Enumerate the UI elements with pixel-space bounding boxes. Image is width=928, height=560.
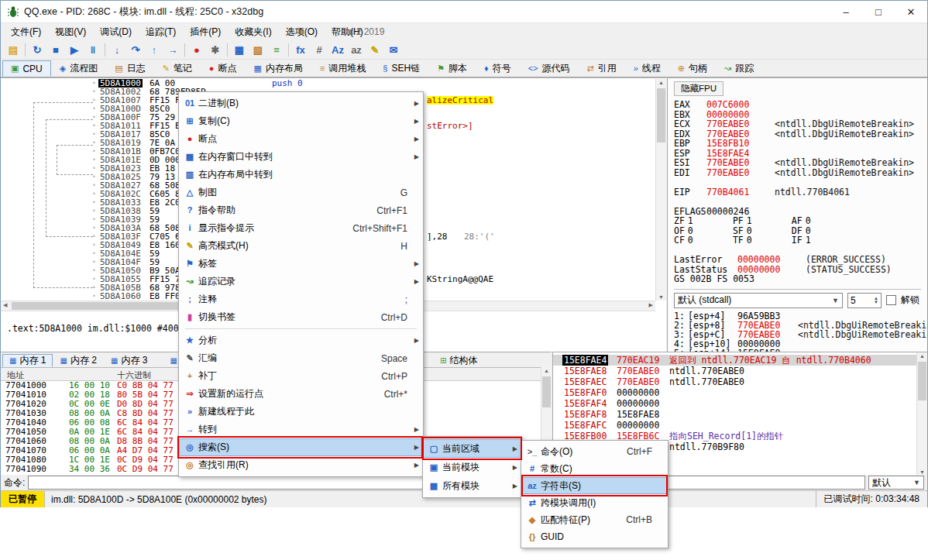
menu-item-toggle-bookmark[interactable]: ▮ 切换书签 Ctrl+D [179,308,423,326]
tab-source[interactable]: <> 源代码 [520,60,579,77]
stop-button[interactable]: ■ [46,42,65,58]
menu-item-new-thread-here[interactable]: » 新建线程于此 [179,403,423,421]
tab-references[interactable]: ⇄ 引用 [579,60,625,77]
hide-fpu-button[interactable]: 隐藏FPU [674,81,723,96]
log-button[interactable]: ▧ [249,42,267,58]
menu-item-constant[interactable]: # 常数(C) [521,460,668,477]
tab-dump-2[interactable]: ▦ 内存 2 [53,354,103,367]
tab-notes[interactable]: ✎ 笔记 [154,60,201,77]
tab-dump-1[interactable]: ▦ 内存 1 [2,354,53,367]
menu-item-all-modules[interactable]: ▦ 所有模块 ▶ [423,476,521,495]
menu-item-set-new-origin[interactable]: ⇒ 设置新的运行点 Ctrl+* [179,385,423,403]
run-to-user-code-button[interactable]: → [163,42,182,58]
step-over-button[interactable]: ↷ [126,42,145,58]
tab-handles[interactable]: ⊕ 句柄 [669,60,716,77]
menu-item-instruction-help[interactable]: ? 指令帮助 Ctrl+F1 [179,201,423,219]
register-row[interactable]: EDI770EABE0<ntdll.DbgUiRemoteBreakin> [674,168,927,178]
menu-item-follow-in-dump[interactable]: ▦ 在内存窗口中转到 ▶ [179,148,423,166]
stack-row[interactable]: 15E8FAE8 770EABE0 ntdll.770EABE0 [553,366,927,376]
menu-item-guid[interactable]: {} GUID [521,528,668,545]
tab-script[interactable]: ⚑ 脚本 [428,60,476,77]
stack-row[interactable]: 15E8FAF0 00000000 [553,387,927,398]
menu-item-comment[interactable]: ; 注释 ; [179,290,423,308]
tab-cpu[interactable]: ▣ CPU [2,60,51,77]
stack-row[interactable]: 15E8FAEC 770EABE0 ntdll.770EABE0 [553,376,927,387]
fx-button[interactable]: fx [291,42,310,58]
register-row[interactable]: EIP770B4061ntdll.770B4061 [674,187,927,198]
restart-button[interactable]: ↻ [28,42,46,58]
menu-options[interactable]: 选项(O) [279,23,325,41]
chat-button[interactable]: ✉ [384,42,403,58]
menu-item-pattern[interactable]: ◆ 匹配特征(P) Ctrl+B [521,511,668,528]
menu-item-command[interactable]: >_ 命令(O) Ctrl+F [521,443,668,460]
menu-trace[interactable]: 追踪(T) [139,23,183,41]
menu-item-current-module[interactable]: ▣ 当前模块 ▶ [423,458,521,476]
menu-item-graph[interactable]: △ 制图 G [179,184,423,201]
menu-item-trace-record[interactable]: ↝ 追踪记录 ▶ [179,273,423,290]
run-button[interactable]: ▶ [65,42,84,58]
menu-item-show-mnemonic-brief[interactable]: i 显示指令提示 Ctrl+Shift+F1 [179,219,423,237]
memory-map-button[interactable]: ▦ [230,42,249,58]
tab-dump-3[interactable]: ▦ 内存 3 [104,354,154,367]
pause-button[interactable]: ‖ [84,42,102,58]
tab-memory-map[interactable]: ▦ 内存布局 [246,60,311,77]
flag[interactable]: TF0 [733,235,792,246]
flag[interactable]: CF0 [674,235,733,246]
stack-vertical-scrollbar[interactable]: ▲ ▼ [916,352,927,476]
menu-item-label[interactable]: ⚑ 标签 ▶ [179,255,423,273]
menu-item-breakpoint[interactable]: ● 断点 ▶ [179,130,423,148]
tab-graph[interactable]: ◈ 流程图 [51,60,106,77]
menu-item-assemble[interactable]: ✎ 汇编 Space [179,349,423,367]
stack-row[interactable]: 15E8FAE4 770EAC19 返回到 ntdll.770EAC19 自 n… [553,355,927,366]
flag[interactable]: IF1 [792,235,851,246]
stack-row[interactable]: 15E8FAFC 00000000 [553,420,927,431]
menu-item-follow-in-memory-map[interactable]: ▥ 在内存布局中转到 [179,166,423,184]
menu-plugins[interactable]: 插件(P) [183,23,228,41]
notes-button[interactable]: ✎ [366,42,384,58]
calling-convention-select[interactable]: 默认 (stdcall)▼ [674,293,843,308]
menu-item-intermodular-calls[interactable]: ⇄ 跨模块调用(I) [521,494,668,511]
menu-item-copy[interactable]: ⊞ 复制(C) ▶ [179,112,423,130]
tab-struct[interactable]: ⊞ 结构体 [433,354,484,367]
disasm-vertical-scrollbar[interactable]: ▲ ▼ [655,79,666,301]
menu-debug[interactable]: 调试(D) [93,23,139,41]
menu-file[interactable]: 文件(F) [4,23,48,41]
argument-row[interactable]: 3:[esp+C]770EABE0<ntdll.DbgUiRemoteBreak… [674,330,927,339]
script-button[interactable]: ≡ [267,42,286,58]
stack-row[interactable]: 15E8FAF8 15E8FAE8 [553,409,927,420]
register-row[interactable]: EBP15E8FB10 [674,139,927,149]
assemble-button[interactable]: Az [328,42,347,58]
tab-breakpoints[interactable]: ● 断点 [201,60,246,77]
execute-till-return-button[interactable]: ↑ [145,42,163,58]
disasm-row[interactable]: 5D8A1000 6A 00 push 0 [1,79,655,88]
settings-button[interactable]: ✱ [206,42,225,58]
menu-item-highlight-mode[interactable]: ✎ 高亮模式(H) H [179,237,423,255]
menu-item-search[interactable]: ◎ 搜索(S) ▶ [179,438,423,456]
tab-trace[interactable]: ↝ 跟踪 [716,60,762,77]
argument-row[interactable]: 4:[esp+10]00000000 [674,339,927,349]
register-row[interactable] [674,197,927,207]
menu-item-find-references[interactable]: ◎ 查找引用(R) ▶ [179,456,423,474]
tab-seh[interactable]: § SEH链 [374,60,428,77]
tab-threads[interactable]: » 线程 [625,60,669,77]
tab-symbols[interactable]: ♦ 符号 [476,60,520,77]
unlock-checkbox[interactable] [886,295,896,305]
menu-item-goto[interactable]: → 转到 ▶ [179,421,423,438]
command-scope-select[interactable]: 默认▼ [868,476,924,490]
menu-item-string-references[interactable]: az 字符串(S) [521,477,668,494]
strings-button[interactable]: az [347,42,366,58]
tab-log[interactable]: ▤ 日志 [106,60,153,77]
argument-count-spinner[interactable]: 5▲▼ [847,293,882,308]
menu-view[interactable]: 视图(V) [48,23,93,41]
menu-item-current-region[interactable]: ▢ 当前区域 ▶ [423,439,521,458]
menu-item-analysis[interactable]: ★ 分析 ▶ [179,332,423,349]
maximize-button[interactable]: □ [862,1,895,22]
open-file-button[interactable]: ▤ [4,42,22,58]
tab-call-stack[interactable]: ≡ 调用堆栈 [311,60,374,77]
stack-row[interactable]: 15E8FAF4 00000000 [553,398,927,409]
register-row[interactable]: EAX007C6000 [674,100,927,110]
record-button[interactable]: ● [187,42,206,58]
close-button[interactable]: ✕ [895,1,927,22]
minimize-button[interactable]: – [830,1,862,22]
menu-favourites[interactable]: 收藏夹(I) [228,23,278,41]
